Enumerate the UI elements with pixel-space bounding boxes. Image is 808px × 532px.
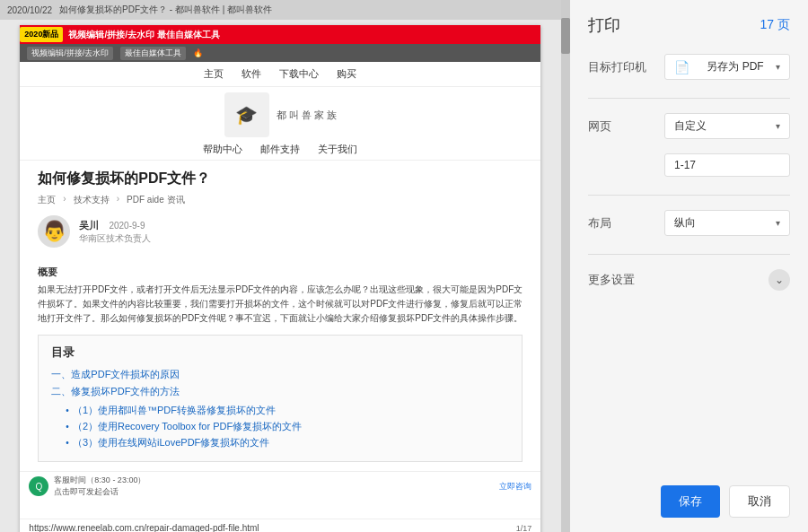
toc-item-2[interactable]: 二、修复损坏PDF文件的方法	[51, 385, 509, 398]
chat-time: 客服时间（8:30 - 23:00）	[54, 475, 145, 486]
save-button[interactable]: 保存	[661, 485, 720, 518]
doc-nav: 主页 软件 下载中心 购买	[20, 62, 540, 87]
cancel-button[interactable]: 取消	[729, 485, 790, 518]
print-panel: 打印 17 页 目标打印机 📄 另存为 PDF ▾ 网页 自定义 ▾ 1-17 …	[570, 0, 808, 532]
subnav-email[interactable]: 邮件支持	[260, 143, 300, 156]
browser-date: 2020/10/22	[7, 5, 52, 15]
logo-area: 🎓 都 叫 兽 家 族	[20, 87, 540, 139]
chat-reply-btn[interactable]: 立即咨询	[499, 481, 531, 493]
bullet-2: •	[66, 422, 69, 432]
subnav-help[interactable]: 帮助中心	[203, 143, 242, 156]
author-avatar: 👨	[38, 215, 70, 248]
author-info: 吴川 2020-9-9 华南区技术负责人	[79, 219, 151, 245]
toc-sub-item-3[interactable]: • （3）使用在线网站iLovePDF修复损坏的文件	[66, 436, 509, 449]
author-name: 吴川	[79, 220, 99, 231]
toc-title: 目录	[51, 344, 509, 361]
printer-dropdown-arrow: ▾	[776, 62, 780, 72]
bottom-buttons: 保存 取消	[588, 485, 790, 518]
pages-range-input[interactable]: 1-17	[664, 153, 790, 177]
toc-item-1[interactable]: 一、造成PDF文件损坏的原因	[51, 368, 509, 381]
summary-section: 概要 如果无法打开PDF文件，或者打开文件后无法显示PDF文件的内容，应该怎么办…	[38, 266, 523, 326]
print-title: 打印	[588, 14, 620, 36]
tool-highlight: 🔥	[193, 48, 203, 57]
author-role: 华南区技术负责人	[79, 232, 151, 245]
tool-video: 视频编辑/拼接/去水印	[27, 47, 113, 60]
bullet-3: •	[66, 438, 69, 448]
document-page: 2020新品 视频编辑/拼接/去水印 最佳自媒体工具 视频编辑/拼接/去水印 最…	[20, 25, 540, 532]
logo-image: 🎓	[224, 92, 269, 137]
left-scrollbar[interactable]	[561, 0, 570, 532]
breadcrumb: 主页 › 技术支持 › PDF aide 资讯	[38, 194, 523, 206]
scrollbar-thumb[interactable]	[561, 18, 570, 54]
layout-dropdown-arrow: ▾	[776, 218, 780, 228]
summary-text: 如果无法打开PDF文件，或者打开文件后无法显示PDF文件的内容，应该怎么办呢？出…	[38, 283, 523, 326]
divider-3	[588, 254, 790, 255]
chat-icon: Q	[29, 476, 48, 496]
pages-range-row: 1-17	[588, 153, 790, 177]
browser-bar: 2020/10/22 如何修复损坏的PDF文件？ - 都叫兽软件 | 都叫兽软件	[0, 0, 561, 20]
pages-row: 网页 自定义 ▾	[588, 113, 790, 139]
target-printer-dropdown[interactable]: 📄 另存为 PDF ▾	[664, 54, 790, 80]
nav-download[interactable]: 下载中心	[279, 67, 319, 81]
breadcrumb-aide[interactable]: PDF aide 资讯	[127, 194, 184, 206]
tool-best: 最佳自媒体工具	[120, 47, 186, 60]
pages-dropdown[interactable]: 自定义 ▾	[664, 113, 790, 139]
promo-new-badge: 2020新品	[20, 27, 63, 42]
tools-bar: 视频编辑/拼接/去水印 最佳自媒体工具 🔥	[20, 44, 540, 62]
pages-label: 网页	[588, 118, 642, 135]
subnav-about[interactable]: 关于我们	[318, 143, 357, 156]
layout-row: 布局 纵向 ▾	[588, 210, 790, 236]
layout-label: 布局	[588, 215, 642, 231]
doc-content: 如何修复损坏的PDF文件？ 主页 › 技术支持 › PDF aide 资讯 👨	[20, 161, 540, 471]
promo-banner: 2020新品 视频编辑/拼接/去水印 最佳自媒体工具	[20, 25, 540, 44]
layout-dropdown[interactable]: 纵向 ▾	[664, 210, 790, 236]
chat-prompt: 点击即可发起会话	[54, 486, 145, 498]
chat-section: Q 客服时间（8:30 - 23:00） 点击即可发起会话 立即咨询	[20, 471, 540, 501]
left-panel: 2020/10/22 如何修复损坏的PDF文件？ - 都叫兽软件 | 都叫兽软件…	[0, 0, 561, 532]
nav-software[interactable]: 软件	[242, 67, 261, 81]
page-url: https://www.reneelab.com.cn/repair-damag…	[29, 523, 259, 532]
more-settings-label: 更多设置	[588, 272, 635, 288]
nav-home[interactable]: 主页	[204, 67, 224, 81]
page-num: 1/17	[516, 524, 532, 533]
author-date: 2020-9-9	[109, 221, 145, 231]
pages-dropdown-arrow: ▾	[776, 121, 780, 131]
doc-sub-nav: 帮助中心 邮件支持 关于我们	[20, 139, 540, 161]
layout-value: 纵向	[674, 215, 696, 231]
spacer	[588, 305, 790, 485]
target-printer-row: 目标打印机 📄 另存为 PDF ▾	[588, 54, 790, 80]
toc-section: 目录 一、造成PDF文件损坏的原因 二、修复损坏PDF文件的方法 • （1）使用…	[38, 335, 523, 462]
more-settings-row: 更多设置 ⌄	[588, 269, 790, 291]
article-title: 如何修复损坏的PDF文件？	[38, 170, 523, 188]
divider-1	[588, 98, 790, 99]
promo-desc: 视频编辑/拼接/去水印 最佳自媒体工具	[68, 29, 219, 41]
summary-label: 概要	[38, 266, 523, 279]
toc-sub-item-2[interactable]: • （2）使用Recovery Toolbox for PDF修复损坏的文件	[66, 420, 509, 433]
bullet-1: •	[66, 406, 69, 415]
breadcrumb-support[interactable]: 技术支持	[74, 194, 110, 206]
chat-text: 客服时间（8:30 - 23:00） 点击即可发起会话	[54, 475, 145, 498]
target-printer-value: 另存为 PDF	[707, 59, 763, 74]
author-section: 👨 吴川 2020-9-9 华南区技术负责人	[38, 215, 523, 255]
chat-left: Q 客服时间（8:30 - 23:00） 点击即可发起会话	[29, 475, 145, 498]
nav-buy[interactable]: 购买	[337, 67, 356, 81]
browser-title: 如何修复损坏的PDF文件？ - 都叫兽软件 | 都叫兽软件	[59, 4, 272, 16]
file-icon: 📄	[674, 60, 689, 74]
expand-button[interactable]: ⌄	[768, 269, 790, 291]
print-header: 打印 17 页	[588, 14, 790, 36]
pages-value: 自定义	[674, 118, 707, 134]
page-preview: 2020新品 视频编辑/拼接/去水印 最佳自媒体工具 视频编辑/拼接/去水印 最…	[0, 20, 561, 532]
expand-icon: ⌄	[775, 274, 784, 286]
logo-text: 都 叫 兽 家 族	[277, 109, 337, 122]
breadcrumb-home[interactable]: 主页	[38, 194, 56, 206]
divider-2	[588, 195, 790, 196]
page-bottom-bar: https://www.reneelab.com.cn/repair-damag…	[20, 519, 540, 532]
target-printer-label: 目标打印机	[588, 59, 646, 75]
print-pages: 17 页	[760, 17, 790, 33]
toc-sub-item-1[interactable]: • （1）使用都叫兽™PDF转换器修复损坏的文件	[66, 404, 509, 417]
